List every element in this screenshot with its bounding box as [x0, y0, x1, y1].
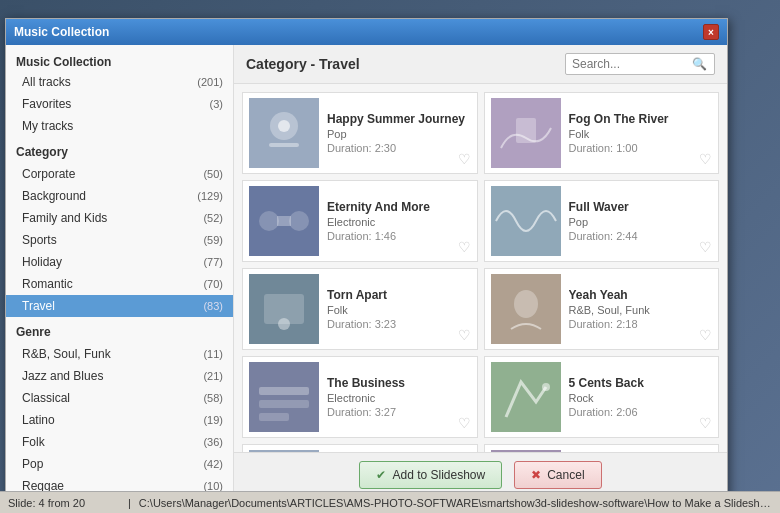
music-card-torn-apart[interactable]: Torn Apart Folk Duration: 3:23 ♡: [242, 268, 478, 350]
music-card-happy-summer[interactable]: Happy Summer Journey Pop Duration: 2:30 …: [242, 92, 478, 174]
favorite-icon[interactable]: ♡: [699, 239, 712, 255]
sidebar-item-background[interactable]: Background (129): [6, 185, 233, 207]
track-genre: Pop: [569, 216, 713, 228]
track-title: Fog On The River: [569, 112, 713, 126]
sidebar-item-all-tracks[interactable]: All tracks (201): [6, 71, 233, 93]
favorite-icon[interactable]: ♡: [458, 239, 471, 255]
sidebar-item-label: Travel: [22, 299, 55, 313]
track-info: Happy Summer Journey Pop Duration: 2:30: [327, 112, 471, 154]
sidebar-item-holiday[interactable]: Holiday (77): [6, 251, 233, 273]
sidebar-item-count: (36): [203, 436, 223, 448]
music-card-full-waver[interactable]: Full Waver Pop Duration: 2:44 ♡: [484, 180, 720, 262]
sidebar-item-label: All tracks: [22, 75, 71, 89]
sidebar-item-pop[interactable]: Pop (42): [6, 453, 233, 475]
track-duration: Duration: 2:44: [569, 230, 713, 242]
dialog-titlebar: Music Collection ×: [6, 19, 727, 45]
sidebar-item-label: Background: [22, 189, 86, 203]
sidebar-item-label: R&B, Soul, Funk: [22, 347, 111, 361]
sidebar-item-rnb[interactable]: R&B, Soul, Funk (11): [6, 343, 233, 365]
svg-point-15: [514, 290, 538, 318]
track-title: Full Waver: [569, 200, 713, 214]
sidebar-item-count: (52): [203, 212, 223, 224]
search-box[interactable]: 🔍: [565, 53, 715, 75]
sidebar-item-label: My tracks: [22, 119, 73, 133]
sidebar-item-latino[interactable]: Latino (19): [6, 409, 233, 431]
track-title: Happy Summer Journey: [327, 112, 471, 126]
category-title: Category - Travel: [246, 56, 360, 72]
track-title: 5 Cents Back: [569, 376, 713, 390]
track-title: Torn Apart: [327, 288, 471, 302]
status-bar: Slide: 4 from 20 | C:\Users\Manager\Docu…: [0, 491, 780, 513]
svg-rect-10: [491, 186, 561, 256]
track-genre: Folk: [569, 128, 713, 140]
track-info: Full Waver Pop Duration: 2:44: [569, 200, 713, 242]
search-icon: 🔍: [692, 57, 707, 71]
status-slide-info: Slide: 4 from 20: [8, 497, 128, 509]
sidebar-item-classical[interactable]: Classical (58): [6, 387, 233, 409]
track-duration: Duration: 3:23: [327, 318, 471, 330]
svg-point-8: [289, 211, 309, 231]
svg-rect-19: [259, 413, 289, 421]
music-card-yeah-yeah[interactable]: Yeah Yeah R&B, Soul, Funk Duration: 2:18…: [484, 268, 720, 350]
track-info: Yeah Yeah R&B, Soul, Funk Duration: 2:18: [569, 288, 713, 330]
sidebar-item-my-tracks[interactable]: My tracks: [6, 115, 233, 137]
sidebar-item-label: Pop: [22, 457, 43, 471]
sidebar-item-family-kids[interactable]: Family and Kids (52): [6, 207, 233, 229]
music-grid: Happy Summer Journey Pop Duration: 2:30 …: [234, 84, 727, 452]
favorite-icon[interactable]: ♡: [458, 151, 471, 167]
main-content: Category - Travel 🔍 Happy Summer Journey…: [234, 45, 727, 497]
svg-point-7: [259, 211, 279, 231]
track-duration: Duration: 2:06: [569, 406, 713, 418]
sidebar-item-jazz[interactable]: Jazz and Blues (21): [6, 365, 233, 387]
sidebar-item-romantic[interactable]: Romantic (70): [6, 273, 233, 295]
dialog-close-button[interactable]: ×: [703, 24, 719, 40]
track-thumbnail: [491, 362, 561, 432]
svg-point-3: [278, 120, 290, 132]
sidebar-item-travel[interactable]: Travel (83): [6, 295, 233, 317]
track-info: The Business Electronic Duration: 3:27: [327, 376, 471, 418]
track-thumbnail: [249, 450, 319, 452]
favorite-icon[interactable]: ♡: [458, 327, 471, 343]
sidebar-item-label: Family and Kids: [22, 211, 107, 225]
svg-rect-16: [249, 362, 319, 432]
sidebar-item-folk[interactable]: Folk (36): [6, 431, 233, 453]
sidebar-item-favorites[interactable]: Favorites (3): [6, 93, 233, 115]
search-input[interactable]: [572, 57, 692, 71]
sidebar-section-label: Category: [16, 145, 68, 159]
add-to-slideshow-button[interactable]: ✔ Add to Slideshow: [359, 461, 502, 489]
cancel-button[interactable]: ✖ Cancel: [514, 461, 601, 489]
track-genre: Folk: [327, 304, 471, 316]
sidebar-item-corporate[interactable]: Corporate (50): [6, 163, 233, 185]
track-genre: Rock: [569, 392, 713, 404]
track-thumbnail: [491, 98, 561, 168]
sidebar-item-label: Favorites: [22, 97, 71, 111]
dialog-title: Music Collection: [14, 25, 109, 39]
music-card-sundown[interactable]: Sundown Rock Duration: 4:15 ♡: [484, 444, 720, 452]
music-card-the-business[interactable]: The Business Electronic Duration: 3:27 ♡: [242, 356, 478, 438]
add-button-label: Add to Slideshow: [392, 468, 485, 482]
sidebar-item-label: Romantic: [22, 277, 73, 291]
music-card-fog-river[interactable]: Fog On The River Folk Duration: 1:00 ♡: [484, 92, 720, 174]
music-card-autumn-rain[interactable]: Autumn Rain Latino Duration: 3:05 ♡: [242, 444, 478, 452]
sidebar-item-count: (70): [203, 278, 223, 290]
favorite-icon[interactable]: ♡: [699, 415, 712, 431]
sidebar-item-label: Holiday: [22, 255, 62, 269]
favorite-icon[interactable]: ♡: [699, 151, 712, 167]
track-title: Yeah Yeah: [569, 288, 713, 302]
sidebar-item-label: Latino: [22, 413, 55, 427]
music-card-5-cents-back[interactable]: 5 Cents Back Rock Duration: 2:06 ♡: [484, 356, 720, 438]
track-thumbnail: [491, 186, 561, 256]
music-collection-dialog: Music Collection × Music Collection All …: [5, 18, 728, 498]
sidebar-item-count: (19): [203, 414, 223, 426]
sidebar-item-sports[interactable]: Sports (59): [6, 229, 233, 251]
sidebar-item-label: Folk: [22, 435, 45, 449]
favorite-icon[interactable]: ♡: [458, 415, 471, 431]
sidebar-item-label: Sports: [22, 233, 57, 247]
svg-point-21: [542, 383, 550, 391]
svg-rect-27: [491, 450, 561, 452]
favorite-icon[interactable]: ♡: [699, 327, 712, 343]
track-title: Eternity And More: [327, 200, 471, 214]
sidebar-item-count: (21): [203, 370, 223, 382]
sidebar-section-category: Category: [6, 141, 233, 163]
music-card-eternity[interactable]: Eternity And More Electronic Duration: 1…: [242, 180, 478, 262]
